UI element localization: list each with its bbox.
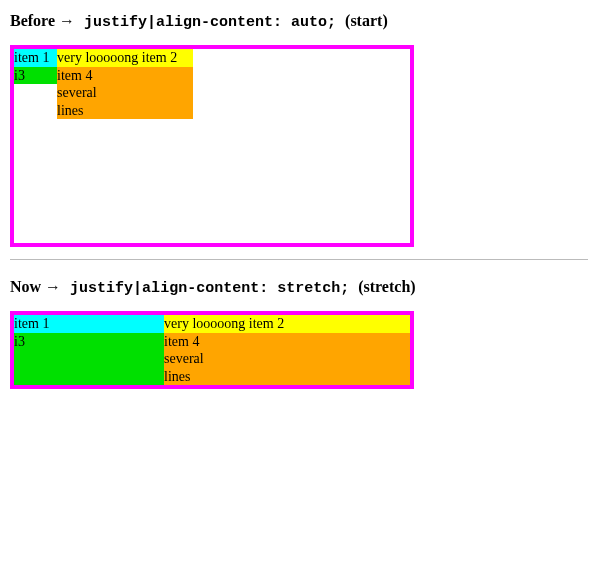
grid-before: item 1 very looooong item 2 i3 item 4 se… <box>10 45 414 247</box>
arrow-icon: → <box>59 12 75 29</box>
heading-now-suffix: (stretch) <box>358 278 415 295</box>
grid-row: i3 item 4 several lines <box>14 333 410 386</box>
heading-before-code: justify|align-content: auto; <box>75 14 345 31</box>
heading-before-prefix: Before <box>10 12 59 29</box>
grid-row: item 1 very looooong item 2 <box>14 315 410 333</box>
heading-before-suffix: (start) <box>345 12 388 29</box>
divider <box>10 259 588 260</box>
heading-now-prefix: Now <box>10 278 45 295</box>
grid-row: i3 item 4 several lines <box>14 67 410 120</box>
grid-cell-item1: item 1 <box>14 315 164 333</box>
grid-cell-item1: item 1 <box>14 49 57 67</box>
grid-cell-item4: item 4 several lines <box>164 333 410 386</box>
grid-cell-item3: i3 <box>14 67 57 85</box>
grid-cell-item3: i3 <box>14 333 164 386</box>
heading-now: Now → justify|align-content: stretch; (s… <box>10 278 588 297</box>
arrow-icon: → <box>45 278 61 295</box>
grid-cell-item2: very looooong item 2 <box>57 49 193 67</box>
grid-cell-item2: very looooong item 2 <box>164 315 410 333</box>
grid-cell-item4: item 4 several lines <box>57 67 193 120</box>
heading-now-code: justify|align-content: stretch; <box>61 280 358 297</box>
grid-row: item 1 very looooong item 2 <box>14 49 410 67</box>
grid-now: item 1 very looooong item 2 i3 item 4 se… <box>10 311 414 389</box>
heading-before: Before → justify|align-content: auto; (s… <box>10 12 588 31</box>
